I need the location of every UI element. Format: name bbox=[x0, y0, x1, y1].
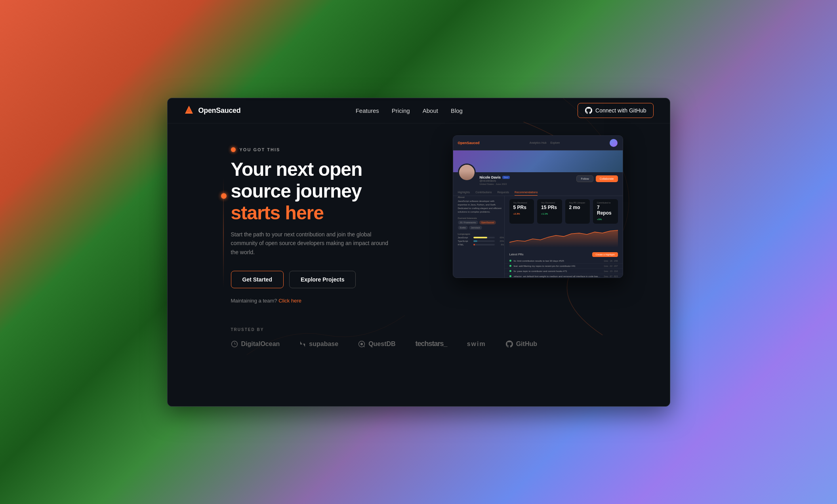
logo-techstars: techstars_ bbox=[416, 340, 447, 348]
nav-links: Features Pricing About Blog bbox=[356, 107, 463, 114]
dash-header: OpenSauced Analytics Hub Explore bbox=[453, 136, 623, 150]
logo-swim: swim bbox=[467, 340, 486, 348]
chip-opensauced: OpenSauced bbox=[479, 221, 496, 224]
dash-interests-chips: JS / Frameworks OpenSauced Svelte Jamsta… bbox=[458, 221, 504, 230]
opensauced-logo-icon bbox=[183, 105, 194, 116]
nav-pricing[interactable]: Pricing bbox=[392, 107, 410, 114]
dash-avatar bbox=[458, 164, 476, 181]
dash-main-content: You Reviewed 5 PRs +2.3% You Reviewed 15… bbox=[505, 196, 623, 278]
lang-row-ts: TypeScript 20% bbox=[458, 240, 504, 242]
chip-svelte: Svelte bbox=[458, 226, 468, 230]
pr-row-2[interactable]: feat: add filtering my repos to recent p… bbox=[505, 264, 623, 269]
logo-supabase: supabase bbox=[299, 340, 338, 348]
pr-status-dot bbox=[509, 265, 511, 267]
logo-digitalocean: DigitalOcean bbox=[231, 340, 280, 348]
pr-row-4[interactable]: refactor: set default font weight to med… bbox=[505, 274, 623, 278]
dash-sidebar: About JavaScript software developer with… bbox=[453, 196, 505, 278]
team-cta: Maintaining a team? Click here bbox=[231, 298, 437, 304]
dash-action-buttons: Follow Collaborate bbox=[576, 175, 618, 182]
dash-lang-bars: JavaScript 65% TypeScript bbox=[458, 236, 504, 246]
pr-row-1[interactable]: fix: limit contribution results to last … bbox=[505, 259, 623, 264]
dash-nav-items: Analytics Hub Explore bbox=[530, 141, 560, 144]
logo-questdb: QuestDB bbox=[358, 340, 395, 348]
dash-stats-area: You Reviewed 5 PRs +2.3% You Reviewed 15… bbox=[505, 196, 623, 227]
svg-line-5 bbox=[364, 346, 365, 347]
dash-tab-recommendations[interactable]: Recommendations bbox=[515, 191, 538, 196]
nav-features[interactable]: Features bbox=[356, 107, 379, 114]
explore-projects-button[interactable]: Explore Projects bbox=[289, 271, 356, 288]
hero-left: YOU GOT THIS Your next open source journ… bbox=[231, 139, 437, 304]
svg-point-4 bbox=[360, 343, 363, 345]
dash-logo: OpenSauced bbox=[458, 141, 480, 145]
dashboard-screenshot: OpenSauced Analytics Hub Explore Nicole … bbox=[453, 135, 623, 278]
github-icon bbox=[585, 107, 592, 114]
dash-tab-contributions[interactable]: Contributions bbox=[475, 191, 492, 196]
eyebrow-dot bbox=[231, 147, 236, 152]
dash-follow-button[interactable]: Follow bbox=[576, 175, 593, 182]
trusted-section: TRUSTED BY DigitalOcean supabase QuestDB… bbox=[168, 312, 670, 356]
dash-tabs: Highlights Contributions Requests Recomm… bbox=[453, 188, 623, 196]
connect-github-button[interactable]: Connect with GitHub bbox=[578, 103, 654, 118]
dash-profile-banner bbox=[453, 150, 623, 172]
pr-status-dot bbox=[509, 260, 511, 262]
dash-tab-requests[interactable]: Requests bbox=[498, 191, 509, 196]
trusted-label: TRUSTED BY bbox=[231, 327, 654, 332]
dash-collab-button[interactable]: Collaborate bbox=[596, 175, 618, 182]
hero-title-accent: starts here bbox=[231, 202, 324, 223]
pr-row-3[interactable]: fix: pass topic to contributor and commi… bbox=[505, 269, 623, 274]
browser-window: OpenSauced Features Pricing About Blog C… bbox=[167, 98, 670, 407]
dash-create-highlight-btn[interactable]: Create a Highlight bbox=[592, 252, 618, 257]
logo-area[interactable]: OpenSauced bbox=[183, 105, 241, 116]
dash-location: United States · June 2022 bbox=[480, 183, 618, 185]
get-started-button[interactable]: Get Started bbox=[231, 271, 284, 288]
stat-pr-lifespan: Avg PR Lifespan 2 mo bbox=[565, 199, 590, 224]
logo-github: GitHub bbox=[506, 340, 537, 348]
dash-languages-section: Languages JavaScript 65% TypeScript bbox=[458, 233, 504, 246]
logo-text: OpenSauced bbox=[198, 107, 241, 115]
dash-interests-section: Current Interests JS / Frameworks OpenSa… bbox=[458, 217, 504, 230]
dash-avatar-face bbox=[459, 165, 475, 180]
dash-chart-area bbox=[505, 227, 623, 251]
stat-prs-reviewed: You Reviewed 5 PRs +2.3% bbox=[509, 199, 534, 224]
pr-status-dot bbox=[509, 275, 511, 277]
lang-row-html: HTML 8% bbox=[458, 243, 504, 246]
trusted-logos: DigitalOcean supabase QuestDB techstars_… bbox=[231, 340, 654, 348]
stat-prs-total: You Reviewed 15 PRs +1.1% bbox=[537, 199, 562, 224]
hero-section: YOU GOT THIS Your next open source journ… bbox=[168, 124, 670, 312]
eyebrow: YOU GOT THIS bbox=[231, 147, 437, 152]
dash-about-section: About JavaScript software developer with… bbox=[458, 196, 504, 214]
chip-javascript: JS / Frameworks bbox=[458, 221, 478, 224]
nav-about[interactable]: About bbox=[423, 107, 438, 114]
dash-user-avatar bbox=[610, 139, 618, 147]
nav-blog[interactable]: Blog bbox=[451, 107, 463, 114]
lang-row-js: JavaScript 65% bbox=[458, 236, 504, 239]
dash-profile-content: Nicole Davis Dev @nicoledavis United Sta… bbox=[453, 172, 623, 188]
chip-jamstack: Jamstack bbox=[469, 226, 482, 230]
team-cta-link[interactable]: Click here bbox=[278, 298, 301, 304]
navbar: OpenSauced Features Pricing About Blog C… bbox=[168, 98, 670, 124]
dash-prs-header: Latest PRs Create a Highlight bbox=[505, 251, 623, 259]
hero-title: Your next open source journey starts her… bbox=[231, 158, 437, 224]
dash-tab-highlights[interactable]: Highlights bbox=[458, 191, 470, 196]
pr-status-dot bbox=[509, 270, 511, 272]
connect-btn-label: Connect with GitHub bbox=[595, 107, 646, 114]
dash-body: About JavaScript software developer with… bbox=[453, 196, 623, 278]
hero-subtitle: Start the path to your next contribution… bbox=[231, 230, 397, 257]
cta-buttons: Get Started Explore Projects bbox=[231, 271, 437, 288]
dash-name-badge: Dev bbox=[502, 176, 510, 179]
stat-repos: Contributed to 7 Repos +5% bbox=[593, 199, 618, 224]
